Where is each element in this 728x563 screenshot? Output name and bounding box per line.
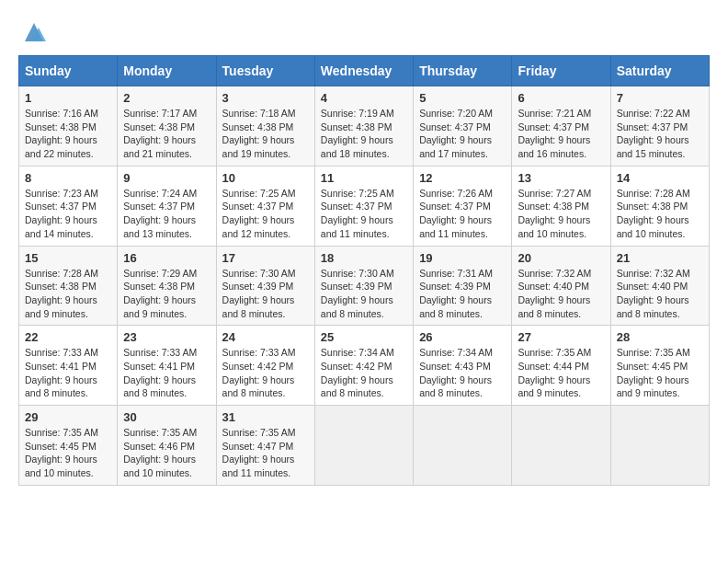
logo bbox=[18, 18, 48, 46]
day-header-wednesday: Wednesday bbox=[314, 56, 413, 86]
day-number: 1 bbox=[25, 91, 111, 105]
day-number: 16 bbox=[123, 251, 210, 265]
day-number: 26 bbox=[419, 330, 506, 344]
day-info: Sunrise: 7:23 AM Sunset: 4:37 PM Dayligh… bbox=[25, 187, 111, 241]
day-number: 10 bbox=[222, 171, 309, 185]
day-number: 7 bbox=[617, 91, 703, 105]
day-info: Sunrise: 7:17 AM Sunset: 4:38 PM Dayligh… bbox=[123, 107, 210, 161]
day-info: Sunrise: 7:19 AM Sunset: 4:38 PM Dayligh… bbox=[321, 107, 407, 161]
empty-cell bbox=[314, 406, 413, 486]
day-header-sunday: Sunday bbox=[19, 56, 118, 86]
day-number: 27 bbox=[518, 330, 604, 344]
day-info: Sunrise: 7:24 AM Sunset: 4:37 PM Dayligh… bbox=[123, 187, 210, 241]
week-row-3: 15 Sunrise: 7:28 AM Sunset: 4:38 PM Dayl… bbox=[19, 246, 710, 326]
day-number: 15 bbox=[25, 251, 111, 265]
day-number: 12 bbox=[419, 171, 506, 185]
day-number: 11 bbox=[321, 171, 407, 185]
day-cell-14: 14 Sunrise: 7:28 AM Sunset: 4:38 PM Dayl… bbox=[610, 166, 709, 246]
day-cell-23: 23 Sunrise: 7:33 AM Sunset: 4:41 PM Dayl… bbox=[118, 326, 216, 406]
day-cell-21: 21 Sunrise: 7:32 AM Sunset: 4:40 PM Dayl… bbox=[610, 246, 709, 326]
day-info: Sunrise: 7:18 AM Sunset: 4:38 PM Dayligh… bbox=[222, 107, 309, 161]
day-info: Sunrise: 7:35 AM Sunset: 4:45 PM Dayligh… bbox=[25, 426, 111, 480]
page-header bbox=[18, 18, 710, 46]
day-cell-19: 19 Sunrise: 7:31 AM Sunset: 4:39 PM Dayl… bbox=[414, 246, 512, 326]
day-cell-18: 18 Sunrise: 7:30 AM Sunset: 4:39 PM Dayl… bbox=[314, 246, 413, 326]
day-header-thursday: Thursday bbox=[414, 56, 512, 86]
day-cell-13: 13 Sunrise: 7:27 AM Sunset: 4:38 PM Dayl… bbox=[512, 166, 610, 246]
week-row-1: 1 Sunrise: 7:16 AM Sunset: 4:38 PM Dayli… bbox=[19, 86, 710, 167]
days-header-row: SundayMondayTuesdayWednesdayThursdayFrid… bbox=[19, 56, 710, 86]
day-info: Sunrise: 7:30 AM Sunset: 4:39 PM Dayligh… bbox=[321, 267, 407, 321]
day-number: 19 bbox=[419, 251, 506, 265]
day-number: 22 bbox=[25, 330, 111, 344]
day-info: Sunrise: 7:33 AM Sunset: 4:42 PM Dayligh… bbox=[222, 346, 309, 400]
day-cell-16: 16 Sunrise: 7:29 AM Sunset: 4:38 PM Dayl… bbox=[118, 246, 216, 326]
day-info: Sunrise: 7:33 AM Sunset: 4:41 PM Dayligh… bbox=[25, 346, 111, 400]
day-info: Sunrise: 7:35 AM Sunset: 4:46 PM Dayligh… bbox=[123, 426, 210, 480]
day-cell-26: 26 Sunrise: 7:34 AM Sunset: 4:43 PM Dayl… bbox=[414, 326, 512, 406]
day-number: 9 bbox=[123, 171, 210, 185]
day-cell-2: 2 Sunrise: 7:17 AM Sunset: 4:38 PM Dayli… bbox=[118, 86, 216, 167]
week-row-4: 22 Sunrise: 7:33 AM Sunset: 4:41 PM Dayl… bbox=[19, 326, 710, 406]
day-info: Sunrise: 7:29 AM Sunset: 4:38 PM Dayligh… bbox=[123, 267, 210, 321]
calendar-table: SundayMondayTuesdayWednesdayThursdayFrid… bbox=[18, 55, 710, 486]
day-number: 3 bbox=[222, 91, 309, 105]
day-header-monday: Monday bbox=[118, 56, 216, 86]
day-cell-9: 9 Sunrise: 7:24 AM Sunset: 4:37 PM Dayli… bbox=[118, 166, 216, 246]
day-cell-5: 5 Sunrise: 7:20 AM Sunset: 4:37 PM Dayli… bbox=[414, 86, 512, 167]
day-info: Sunrise: 7:16 AM Sunset: 4:38 PM Dayligh… bbox=[25, 107, 111, 161]
day-number: 29 bbox=[25, 410, 111, 424]
day-cell-10: 10 Sunrise: 7:25 AM Sunset: 4:37 PM Dayl… bbox=[216, 166, 314, 246]
day-cell-30: 30 Sunrise: 7:35 AM Sunset: 4:46 PM Dayl… bbox=[118, 406, 216, 486]
day-cell-22: 22 Sunrise: 7:33 AM Sunset: 4:41 PM Dayl… bbox=[19, 326, 118, 406]
day-number: 4 bbox=[321, 91, 407, 105]
day-cell-20: 20 Sunrise: 7:32 AM Sunset: 4:40 PM Dayl… bbox=[512, 246, 610, 326]
empty-cell bbox=[512, 406, 610, 486]
day-info: Sunrise: 7:26 AM Sunset: 4:37 PM Dayligh… bbox=[419, 187, 506, 241]
week-row-2: 8 Sunrise: 7:23 AM Sunset: 4:37 PM Dayli… bbox=[19, 166, 710, 246]
day-number: 31 bbox=[222, 410, 309, 424]
empty-cell bbox=[610, 406, 709, 486]
day-cell-1: 1 Sunrise: 7:16 AM Sunset: 4:38 PM Dayli… bbox=[19, 86, 118, 167]
day-cell-24: 24 Sunrise: 7:33 AM Sunset: 4:42 PM Dayl… bbox=[216, 326, 314, 406]
day-info: Sunrise: 7:34 AM Sunset: 4:43 PM Dayligh… bbox=[419, 346, 506, 400]
day-cell-7: 7 Sunrise: 7:22 AM Sunset: 4:37 PM Dayli… bbox=[610, 86, 709, 167]
day-info: Sunrise: 7:32 AM Sunset: 4:40 PM Dayligh… bbox=[617, 267, 703, 321]
day-cell-25: 25 Sunrise: 7:34 AM Sunset: 4:42 PM Dayl… bbox=[314, 326, 413, 406]
day-number: 13 bbox=[518, 171, 604, 185]
day-info: Sunrise: 7:34 AM Sunset: 4:42 PM Dayligh… bbox=[321, 346, 407, 400]
day-cell-8: 8 Sunrise: 7:23 AM Sunset: 4:37 PM Dayli… bbox=[19, 166, 118, 246]
day-number: 6 bbox=[518, 91, 604, 105]
day-info: Sunrise: 7:28 AM Sunset: 4:38 PM Dayligh… bbox=[25, 267, 111, 321]
day-number: 23 bbox=[123, 330, 210, 344]
day-info: Sunrise: 7:33 AM Sunset: 4:41 PM Dayligh… bbox=[123, 346, 210, 400]
day-info: Sunrise: 7:35 AM Sunset: 4:44 PM Dayligh… bbox=[518, 346, 604, 400]
day-info: Sunrise: 7:32 AM Sunset: 4:40 PM Dayligh… bbox=[518, 267, 604, 321]
day-cell-3: 3 Sunrise: 7:18 AM Sunset: 4:38 PM Dayli… bbox=[216, 86, 314, 167]
day-cell-28: 28 Sunrise: 7:35 AM Sunset: 4:45 PM Dayl… bbox=[610, 326, 709, 406]
day-number: 18 bbox=[321, 251, 407, 265]
day-number: 17 bbox=[222, 251, 309, 265]
day-number: 28 bbox=[617, 330, 703, 344]
day-cell-27: 27 Sunrise: 7:35 AM Sunset: 4:44 PM Dayl… bbox=[512, 326, 610, 406]
day-number: 30 bbox=[123, 410, 210, 424]
day-cell-4: 4 Sunrise: 7:19 AM Sunset: 4:38 PM Dayli… bbox=[314, 86, 413, 167]
day-cell-31: 31 Sunrise: 7:35 AM Sunset: 4:47 PM Dayl… bbox=[216, 406, 314, 486]
day-info: Sunrise: 7:28 AM Sunset: 4:38 PM Dayligh… bbox=[617, 187, 703, 241]
day-cell-11: 11 Sunrise: 7:25 AM Sunset: 4:37 PM Dayl… bbox=[314, 166, 413, 246]
day-number: 14 bbox=[617, 171, 703, 185]
day-cell-29: 29 Sunrise: 7:35 AM Sunset: 4:45 PM Dayl… bbox=[19, 406, 118, 486]
day-info: Sunrise: 7:22 AM Sunset: 4:37 PM Dayligh… bbox=[617, 107, 703, 161]
day-info: Sunrise: 7:35 AM Sunset: 4:47 PM Dayligh… bbox=[222, 426, 309, 480]
day-header-saturday: Saturday bbox=[610, 56, 709, 86]
day-number: 21 bbox=[617, 251, 703, 265]
day-info: Sunrise: 7:27 AM Sunset: 4:38 PM Dayligh… bbox=[518, 187, 604, 241]
day-info: Sunrise: 7:30 AM Sunset: 4:39 PM Dayligh… bbox=[222, 267, 309, 321]
day-number: 5 bbox=[419, 91, 506, 105]
day-number: 24 bbox=[222, 330, 309, 344]
day-number: 8 bbox=[25, 171, 111, 185]
day-info: Sunrise: 7:20 AM Sunset: 4:37 PM Dayligh… bbox=[419, 107, 506, 161]
day-info: Sunrise: 7:25 AM Sunset: 4:37 PM Dayligh… bbox=[222, 187, 309, 241]
day-info: Sunrise: 7:35 AM Sunset: 4:45 PM Dayligh… bbox=[617, 346, 703, 400]
day-info: Sunrise: 7:25 AM Sunset: 4:37 PM Dayligh… bbox=[321, 187, 407, 241]
